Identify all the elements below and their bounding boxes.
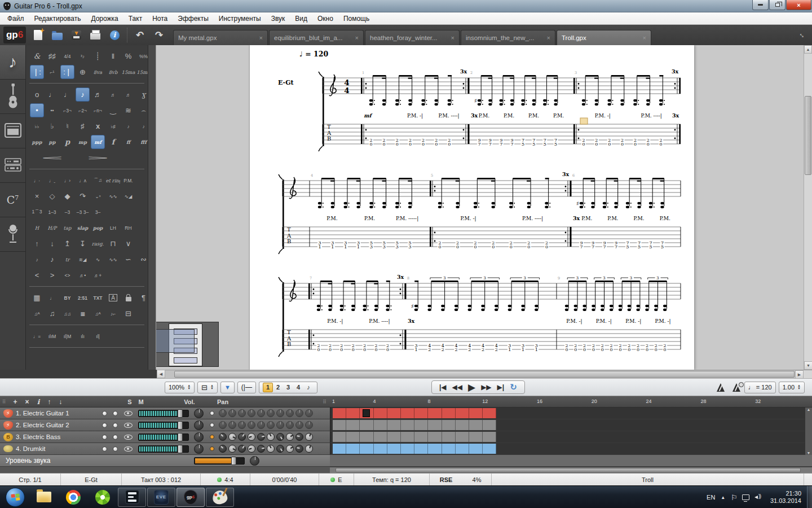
fade-in-icon[interactable]: < (30, 268, 44, 282)
text-icon[interactable]: TXT (91, 291, 105, 305)
mute-toggle[interactable] (113, 435, 118, 440)
move-track-up-button[interactable]: ↑ (47, 398, 51, 406)
print-button[interactable] (87, 27, 104, 43)
relative-speed-select[interactable]: 1.00▲▼ (779, 382, 805, 393)
flat-icon[interactable]: ♭ (45, 119, 59, 133)
scroll-up-arrow[interactable]: ▲ (804, 45, 812, 54)
timeline-cell[interactable] (374, 420, 387, 430)
staccato-icon[interactable]: ♩· (30, 173, 44, 187)
dock-vocals-button[interactable] (0, 217, 25, 252)
undo-button[interactable]: ↶ (131, 27, 148, 43)
timeline-cell[interactable] (387, 432, 401, 442)
section-marker-icon[interactable]: ⊟ (121, 306, 135, 321)
timeline-cell[interactable] (483, 420, 496, 430)
countdown-icon[interactable] (732, 383, 740, 392)
view-page-4-button[interactable]: 4 (293, 383, 303, 392)
dynamic-ff-icon[interactable]: ff (121, 135, 135, 149)
brush-up-icon[interactable]: ↑ (30, 237, 44, 251)
dynamic-f-icon[interactable]: f (106, 135, 120, 149)
pickstroke-down-icon[interactable]: ⊓ (106, 237, 120, 251)
taskbar-chrome-button[interactable] (59, 488, 87, 507)
clock[interactable]: 21:30 31.03.2014 (770, 490, 801, 505)
bend-icon[interactable]: ↷ (76, 189, 90, 203)
volume-slider[interactable] (138, 433, 189, 441)
volume-handle[interactable] (178, 445, 183, 453)
volume-icon[interactable] (754, 494, 762, 501)
pan-knob[interactable] (194, 409, 204, 418)
tab-close-icon[interactable]: × (643, 34, 646, 41)
chord-diagram-icon[interactable]: ▦ (30, 291, 44, 305)
effect-knob[interactable] (257, 433, 265, 441)
augmentation-dot-icon[interactable]: • (30, 103, 44, 117)
sixty-fourth-note-icon[interactable]: ♬ (121, 87, 135, 102)
timeline-cell[interactable] (442, 432, 456, 442)
pan-knob[interactable] (194, 421, 204, 430)
score-system-3[interactable]: TAB73x3x20202020202020P.M. -|P.M. ----|8… (258, 273, 686, 370)
dynamic-mf-icon[interactable]: mf (91, 135, 105, 149)
effect-knob[interactable] (286, 421, 294, 429)
track-timeline[interactable] (330, 419, 812, 431)
play-button[interactable]: ▶ (468, 382, 475, 393)
auto-duration-icon[interactable]: ♫ᴬ (91, 306, 105, 321)
volume-slider[interactable] (138, 422, 189, 429)
menu-Редактировать[interactable]: Редактировать (29, 14, 86, 24)
track-info-button[interactable]: i (37, 398, 40, 406)
timeline-cell[interactable] (401, 408, 414, 418)
ottava-15mb-icon[interactable]: 15mb (136, 65, 148, 79)
taskbar-explorer-button[interactable] (30, 488, 58, 507)
mute-toggle[interactable] (113, 423, 118, 428)
timeline-cell[interactable] (428, 444, 442, 454)
taskbar-icq-button[interactable] (89, 488, 117, 507)
right-hand-fingering-icon[interactable]: RH (121, 221, 135, 235)
taskbar-eve-online-button[interactable]: EVE (147, 488, 175, 507)
ghost-note-icon[interactable]: ♬• (76, 268, 90, 282)
treble-clef-icon[interactable]: & (30, 49, 44, 63)
menu-Звук[interactable]: Звук (266, 14, 290, 24)
effect-knob[interactable] (219, 409, 227, 417)
tab-insomnium-the-new-[interactable]: insomnium_the_new_...× (461, 30, 555, 45)
effect-knob[interactable] (267, 421, 275, 429)
mute-toggle[interactable] (113, 411, 118, 416)
loop-button[interactable]: ↻ (510, 382, 517, 392)
popping-icon[interactable]: pop (91, 221, 105, 235)
score-system-2[interactable]: TAB43131313153535353P.M.P.M.P.M. -----|5… (258, 170, 686, 269)
timeline-cell[interactable] (442, 444, 456, 454)
dynamic-pp-icon[interactable]: pp (45, 135, 59, 149)
vertical-scrollbar[interactable]: ▲ ▼ (804, 45, 812, 370)
effect-knob[interactable] (267, 433, 275, 441)
timeline-cell[interactable] (401, 444, 414, 454)
accent-icon[interactable]: ♩› (60, 173, 74, 187)
timeline-cell[interactable] (387, 444, 401, 454)
n-tuplet-icon[interactable]: ⌐n¬ (91, 103, 105, 117)
rewind-button[interactable]: ◀◀ (452, 383, 462, 391)
double-simile-icon[interactable]: %% (136, 49, 148, 63)
slight-vibrato-icon[interactable]: ∿ (91, 252, 105, 266)
effect-knob[interactable] (295, 421, 303, 429)
navigator-viewport[interactable] (156, 329, 195, 353)
effect-knob[interactable] (219, 433, 227, 441)
automation-volume-master-icon[interactable]: ılıM (45, 329, 59, 343)
ottava-15ma-icon[interactable]: 15ma (121, 65, 135, 79)
volume-slider[interactable] (138, 445, 189, 453)
left-hand-fingering-icon[interactable]: LH (106, 221, 120, 235)
timeline-cell[interactable] (442, 420, 456, 430)
effect-knob[interactable] (228, 445, 236, 453)
titlebar[interactable]: Guitar Pro 6 - Troll.gpx × (0, 0, 812, 12)
track-timeline[interactable] (330, 443, 812, 454)
dock-effects-rack-button[interactable] (0, 148, 25, 183)
effect-knob[interactable] (238, 421, 246, 429)
effect-knob[interactable] (238, 445, 246, 453)
effect-knob[interactable] (286, 445, 294, 453)
mute-toggle[interactable] (113, 446, 118, 452)
slur-icon[interactable]: 1⌒3 (30, 205, 44, 219)
zoom-select[interactable]: 100%▲▼ (165, 382, 195, 393)
trill-icon[interactable]: tr (60, 252, 74, 266)
view-page-2-button[interactable]: 2 (273, 383, 283, 392)
tab-troll-gpx[interactable]: Troll.gpx× (557, 30, 651, 45)
score-page[interactable]: ♩ = 120 E-Gt TAB4413x3x20202020202020mfP… (250, 45, 694, 370)
track-timeline[interactable] (330, 431, 812, 443)
triplet-icon[interactable]: ⌐3¬ (60, 103, 74, 117)
fast-forward-button[interactable]: ▶▶ (481, 383, 491, 391)
grace-before-beat-icon[interactable]: ♪ (121, 119, 135, 133)
artificial-harmonic-icon[interactable]: ◆ (60, 189, 74, 203)
